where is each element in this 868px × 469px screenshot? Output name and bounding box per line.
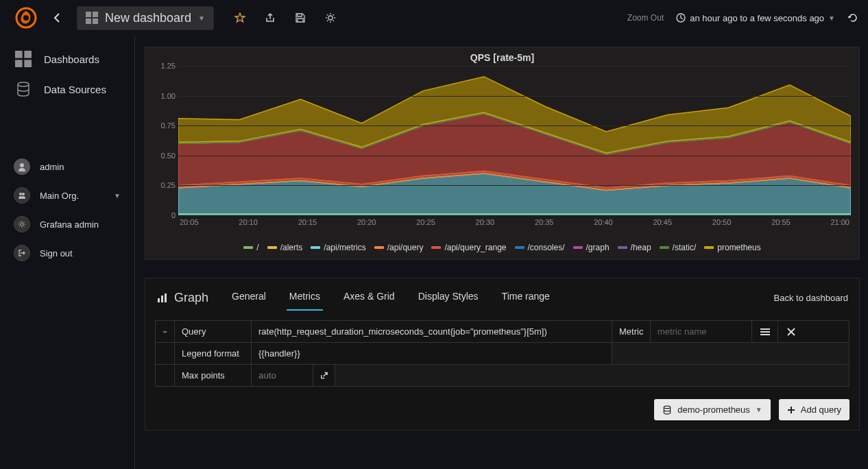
datasource-selector[interactable]: demo-prometheus ▼ (654, 399, 770, 420)
database-icon (662, 405, 672, 415)
plus-icon (787, 406, 795, 414)
datasource-name: demo-prometheus (677, 405, 750, 415)
database-icon (15, 81, 32, 97)
legend-item[interactable]: /api/query (374, 243, 424, 252)
signout-link[interactable]: Sign out (0, 239, 134, 267)
legend-format-label: Legend format (175, 343, 252, 364)
add-query-label: Add query (801, 405, 841, 415)
signout-icon (14, 245, 30, 261)
editor-type[interactable]: Graph (156, 291, 208, 305)
time-range-label: an hour ago to a few seconds ago (690, 13, 824, 23)
nav-datasources[interactable]: Data Sources (0, 74, 134, 104)
svg-rect-8 (15, 51, 23, 58)
legend-item[interactable]: /heap (618, 243, 651, 252)
legend-item[interactable]: /api/query_range (431, 243, 506, 252)
tab-axes-grid[interactable]: Axes & Grid (341, 285, 398, 311)
share-icon[interactable] (265, 12, 276, 23)
dashboards-icon (15, 51, 32, 67)
svg-rect-19 (165, 293, 167, 302)
star-icon[interactable] (234, 12, 245, 23)
dashboard-selector[interactable]: New dashboard ▼ (77, 6, 214, 30)
svg-rect-5 (93, 19, 98, 24)
panel-title: QPS [rate-5m] (145, 47, 859, 66)
svg-rect-17 (158, 298, 160, 302)
tab-display-styles[interactable]: Display Styles (415, 285, 481, 311)
chart-plot[interactable] (178, 66, 851, 215)
back-to-dashboard[interactable]: Back to dashboard (774, 293, 848, 303)
toggle-query-visibility[interactable] (156, 321, 175, 342)
menu-icon[interactable] (752, 321, 778, 342)
tab-metrics[interactable]: Metrics (287, 285, 323, 311)
svg-point-6 (328, 16, 333, 20)
svg-rect-9 (24, 51, 32, 58)
query-editor: Graph GeneralMetricsAxes & GridDisplay S… (145, 278, 860, 431)
legend-item[interactable]: /static/ (660, 243, 697, 252)
svg-rect-4 (86, 19, 91, 24)
caret-down-icon: ▼ (756, 406, 762, 413)
caret-down-icon: ▼ (198, 14, 205, 22)
admin-link[interactable]: Grafana admin (0, 210, 134, 239)
svg-point-12 (18, 82, 29, 86)
query-label: Query (175, 321, 252, 342)
svg-point-13 (20, 163, 24, 167)
org-name: Main Org. (40, 191, 79, 201)
remove-query[interactable] (778, 321, 804, 342)
nav-dashboards[interactable]: Dashboards (0, 44, 134, 74)
org-switcher[interactable]: Main Org. ▼ (0, 181, 134, 210)
svg-point-1 (23, 15, 29, 21)
zoom-out[interactable]: Zoom Out (627, 13, 664, 23)
legend-item[interactable]: /consoles/ (515, 243, 565, 252)
refresh-icon[interactable] (847, 12, 858, 23)
metric-label: Metric (612, 321, 651, 342)
legend-item[interactable]: /alerts (267, 243, 303, 252)
admin-label: Grafana admin (40, 219, 99, 230)
nav-label: Data Sources (44, 84, 106, 95)
clock-icon (676, 13, 686, 23)
query-input[interactable] (258, 326, 605, 337)
svg-rect-18 (161, 296, 163, 302)
time-range-picker[interactable]: an hour ago to a few seconds ago ▼ (676, 13, 835, 23)
legend-item[interactable]: / (243, 243, 258, 252)
users-icon (14, 187, 30, 204)
svg-point-20 (165, 331, 166, 333)
grafana-logo[interactable] (15, 7, 37, 29)
svg-point-15 (22, 193, 25, 195)
sidebar-toggle[interactable] (44, 7, 70, 29)
svg-point-14 (19, 193, 22, 195)
popout-icon[interactable] (313, 365, 335, 386)
maxpoints-input[interactable] (258, 370, 306, 381)
legend-format-input[interactable] (258, 348, 605, 359)
legend-item[interactable]: /graph (573, 243, 610, 252)
dashboard-name: New dashboard (105, 11, 191, 25)
caret-down-icon: ▼ (828, 14, 835, 22)
save-icon[interactable] (295, 12, 306, 23)
bar-chart-icon (156, 293, 167, 304)
add-query-button[interactable]: Add query (779, 399, 849, 420)
caret-down-icon: ▼ (114, 192, 121, 200)
metric-input[interactable] (658, 326, 745, 337)
legend-item[interactable]: prometheus (704, 243, 760, 252)
chart-panel: QPS [rate-5m] 00.250.500.751.001.25 20:0… (145, 47, 860, 260)
svg-rect-2 (86, 12, 91, 17)
settings-icon[interactable] (325, 12, 336, 23)
svg-point-26 (664, 406, 671, 409)
user-menu[interactable]: admin (0, 152, 134, 181)
nav-label: Dashboards (44, 53, 99, 65)
signout-label: Sign out (40, 248, 73, 258)
username: admin (40, 162, 64, 172)
svg-rect-3 (93, 12, 98, 17)
tab-general[interactable]: General (229, 285, 269, 311)
tab-time-range[interactable]: Time range (499, 285, 553, 311)
maxpoints-label: Max points (175, 365, 252, 386)
svg-rect-11 (24, 60, 32, 67)
avatar-icon (14, 158, 30, 175)
svg-rect-10 (15, 60, 23, 67)
svg-point-16 (21, 223, 24, 226)
gear-icon (14, 216, 30, 232)
legend-item[interactable]: /api/metrics (311, 243, 365, 252)
editor-title-text: Graph (174, 291, 208, 305)
